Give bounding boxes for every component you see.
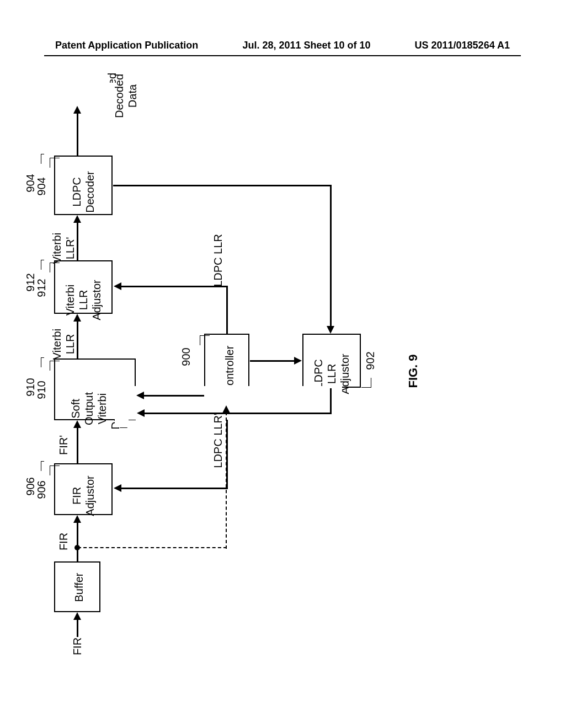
l-ldpc: LDPC Decoder [70, 167, 97, 217]
l-fir2: FIR [57, 528, 70, 555]
dash-v [226, 412, 227, 549]
l-904: 904 [35, 173, 48, 200]
dash-arrow [222, 405, 230, 413]
l-buffer: Buffer [72, 568, 86, 607]
header-right: US 2011/0185264 A1 [415, 40, 510, 51]
l-902: 902 [364, 347, 377, 374]
header-left: Patent Application Publication [55, 40, 198, 51]
l-910: 910 [35, 376, 48, 404]
header-rule [44, 55, 521, 56]
llrp-across [145, 413, 332, 414]
l-906: 906 [35, 476, 48, 504]
dash-h [78, 547, 227, 548]
llrp-arrow [137, 409, 145, 417]
l-firp: FIR' [57, 431, 70, 459]
l-vadj: Viterbi LLR Adjustor [63, 275, 103, 325]
llrp-down [330, 388, 332, 414]
l-vllrp: Viterbi LLR' [50, 226, 77, 270]
fig-label: FIG. 9 [406, 354, 420, 388]
clean-layer: FIR Buffer FIR FIR Adjustor 906 FIR' Sof… [44, 83, 486, 667]
l-912: 912 [35, 274, 48, 302]
l-ldpc-llr: LDPC LLR [211, 230, 225, 291]
l-ddata: Decoded Data [113, 68, 139, 124]
l-900: 900 [179, 343, 193, 371]
header-center: Jul. 28, 2011 Sheet 10 of 10 [242, 40, 370, 51]
l-vllr: Viterbi LLR [50, 322, 77, 366]
l-fir-adj: FIR Adjustor [70, 471, 97, 521]
l-ldpc-llrp: LDPC LLR' [211, 408, 225, 474]
